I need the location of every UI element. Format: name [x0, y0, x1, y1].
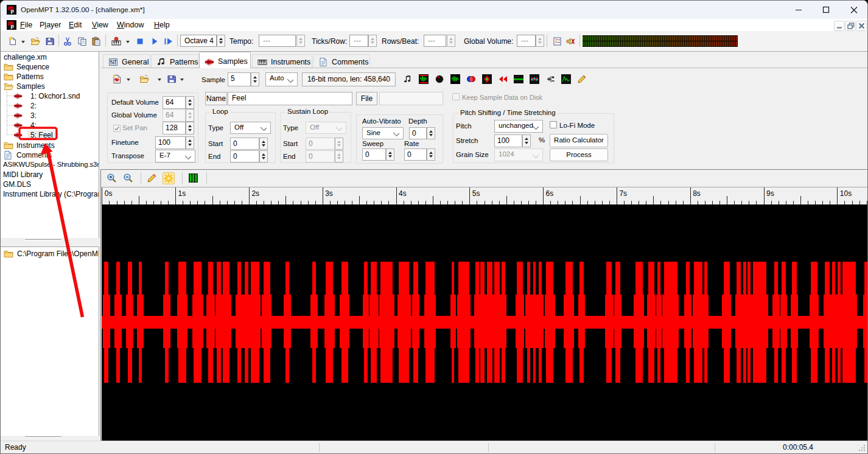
svg-text:0s: 0s	[105, 189, 113, 198]
svg-text:3s: 3s	[325, 189, 333, 198]
svg-text:8s: 8s	[693, 189, 701, 198]
svg-text:6s: 6s	[546, 189, 554, 198]
svg-text:10s: 10s	[840, 189, 852, 198]
svg-text:5s: 5s	[472, 189, 480, 198]
svg-text:1s: 1s	[178, 189, 186, 198]
svg-text:9s: 9s	[766, 189, 774, 198]
svg-text:4s: 4s	[399, 189, 407, 198]
svg-text:2s: 2s	[251, 189, 259, 198]
svg-text:7s: 7s	[619, 189, 627, 198]
